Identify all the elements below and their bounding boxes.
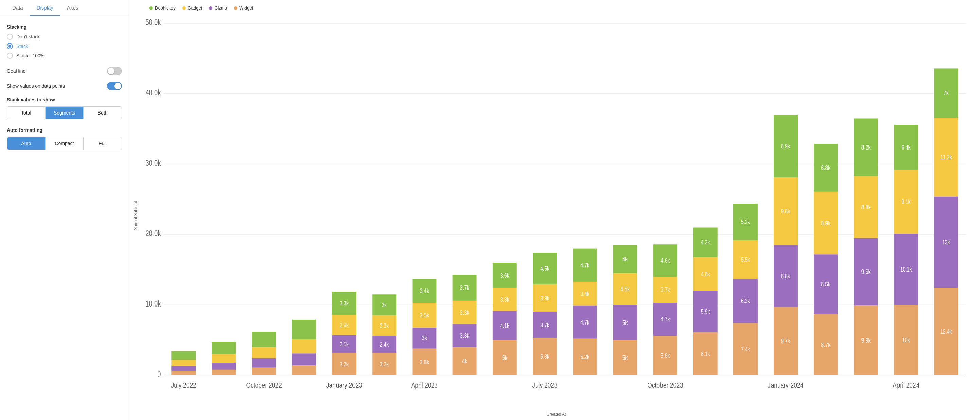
radio-circle-stack-100 (7, 53, 13, 59)
legend-dot-gadget (182, 6, 186, 10)
svg-text:10k: 10k (902, 337, 910, 343)
svg-text:4.1k: 4.1k (500, 322, 510, 329)
svg-rect-21 (252, 368, 276, 375)
stacking-radio-group: Don't stack Stack Stack - 100% (7, 34, 122, 59)
chart-legend: Doohickey Gadget Gizmo Widget (132, 5, 973, 11)
svg-text:0: 0 (157, 370, 161, 379)
svg-text:8.8k: 8.8k (861, 204, 871, 210)
svg-text:3.6k: 3.6k (500, 272, 510, 279)
svg-rect-15 (172, 351, 196, 360)
radio-circle-dont-stack (7, 34, 13, 40)
svg-text:7k: 7k (943, 90, 949, 96)
svg-text:20.0k: 20.0k (145, 229, 161, 238)
svg-text:3.3k: 3.3k (460, 332, 469, 339)
seg-segments[interactable]: Segments (46, 107, 84, 119)
seg-compact[interactable]: Compact (46, 137, 84, 150)
svg-text:April 2024: April 2024 (893, 381, 919, 389)
svg-text:3.7k: 3.7k (661, 286, 670, 293)
x-axis-label: Created At (139, 412, 973, 417)
svg-text:6.4k: 6.4k (902, 144, 911, 150)
radio-dont-stack[interactable]: Don't stack (7, 34, 122, 40)
svg-text:8.5k: 8.5k (821, 281, 830, 287)
svg-text:6.8k: 6.8k (821, 164, 830, 171)
radio-label-dont-stack: Don't stack (16, 34, 40, 40)
svg-text:January 2024: January 2024 (768, 381, 803, 389)
svg-text:3.4k: 3.4k (580, 290, 590, 297)
svg-text:4k: 4k (462, 358, 468, 365)
svg-text:5.9k: 5.9k (701, 308, 710, 315)
auto-formatting-section: Auto formatting Auto Compact Full (7, 128, 122, 150)
chart-canvas: 010.0k20.0k30.0k40.0k50.0kJuly 2022Octob… (139, 14, 973, 410)
svg-text:3.3k: 3.3k (340, 300, 349, 307)
svg-text:3.8k: 3.8k (420, 358, 429, 365)
svg-text:5.2k: 5.2k (741, 219, 751, 225)
chart-svg: 010.0k20.0k30.0k40.0k50.0kJuly 2022Octob… (139, 14, 973, 410)
svg-text:9.6k: 9.6k (861, 268, 871, 275)
svg-text:3.7k: 3.7k (540, 321, 550, 328)
svg-rect-23 (252, 347, 276, 358)
stack-values-section: Stack values to show Total Segments Both (7, 97, 122, 119)
show-values-toggle[interactable] (107, 82, 122, 90)
tab-data[interactable]: Data (5, 0, 30, 16)
svg-rect-27 (292, 353, 316, 365)
legend-widget: Widget (234, 5, 253, 11)
panel-content: Stacking Don't stack Stack Stack - 100% … (0, 16, 129, 420)
tab-bar: Data Display Axes (0, 0, 129, 16)
legend-gizmo: Gizmo (209, 5, 227, 11)
svg-text:3.4k: 3.4k (420, 287, 429, 294)
svg-text:5.5k: 5.5k (741, 256, 751, 263)
show-values-toggle-knob (115, 83, 121, 89)
svg-text:3.3k: 3.3k (500, 296, 510, 303)
svg-text:3.2k: 3.2k (380, 361, 389, 367)
svg-text:2.9k: 2.9k (340, 321, 349, 328)
svg-text:5.6k: 5.6k (661, 352, 670, 359)
svg-text:October 2022: October 2022 (246, 381, 282, 389)
chart-wrapper: Sum of Subtotal 010.0k20.0k30.0k40.0k50.… (132, 14, 973, 417)
svg-text:5k: 5k (502, 354, 508, 361)
svg-rect-20 (212, 342, 235, 354)
radio-stack[interactable]: Stack (7, 43, 122, 49)
svg-text:5k: 5k (622, 354, 628, 361)
legend-label-gadget: Gadget (188, 5, 202, 11)
seg-both[interactable]: Both (84, 107, 122, 119)
stack-values-title: Stack values to show (7, 97, 122, 102)
svg-text:11.2k: 11.2k (940, 153, 953, 160)
svg-text:4.5k: 4.5k (620, 286, 630, 292)
svg-text:3.5k: 3.5k (420, 311, 429, 318)
auto-formatting-seg-group: Auto Compact Full (7, 137, 122, 150)
legend-dot-widget (234, 6, 237, 10)
goal-line-label: Goal line (7, 68, 25, 74)
chart-inner: 010.0k20.0k30.0k40.0k50.0kJuly 2022Octob… (139, 14, 973, 417)
seg-auto[interactable]: Auto (7, 137, 46, 150)
svg-text:12.4k: 12.4k (940, 328, 953, 335)
svg-text:4.7k: 4.7k (580, 262, 590, 268)
svg-text:10.0k: 10.0k (145, 299, 161, 308)
svg-text:30.0k: 30.0k (145, 159, 161, 168)
y-axis-label: Sum of Subtotal (132, 14, 139, 417)
seg-total[interactable]: Total (7, 107, 46, 119)
legend-label-doohickey: Doohickey (155, 5, 175, 11)
legend-label-widget: Widget (239, 5, 253, 11)
svg-text:4.6k: 4.6k (661, 257, 670, 264)
svg-text:4k: 4k (622, 256, 628, 263)
show-values-row: Show values on data points (7, 82, 122, 90)
svg-text:4.7k: 4.7k (661, 316, 670, 323)
chart-area: Doohickey Gadget Gizmo Widget Sum of Sub… (129, 0, 980, 420)
radio-circle-stack (7, 43, 13, 49)
svg-text:10.1k: 10.1k (900, 266, 912, 273)
svg-text:50.0k: 50.0k (145, 18, 161, 27)
svg-text:9.9k: 9.9k (861, 337, 871, 344)
svg-text:April 2023: April 2023 (411, 381, 438, 389)
tab-axes[interactable]: Axes (60, 0, 85, 16)
svg-text:3.2k: 3.2k (340, 361, 349, 367)
stack-values-seg-group: Total Segments Both (7, 106, 122, 119)
svg-text:5.2k: 5.2k (580, 353, 590, 360)
svg-text:3k: 3k (382, 302, 387, 308)
svg-text:3.3k: 3.3k (460, 309, 469, 316)
tab-display[interactable]: Display (30, 0, 60, 16)
goal-line-toggle[interactable] (107, 67, 122, 75)
svg-text:8.2k: 8.2k (861, 144, 871, 150)
svg-text:13k: 13k (942, 239, 950, 246)
radio-stack-100[interactable]: Stack - 100% (7, 53, 122, 59)
seg-full[interactable]: Full (84, 137, 122, 150)
